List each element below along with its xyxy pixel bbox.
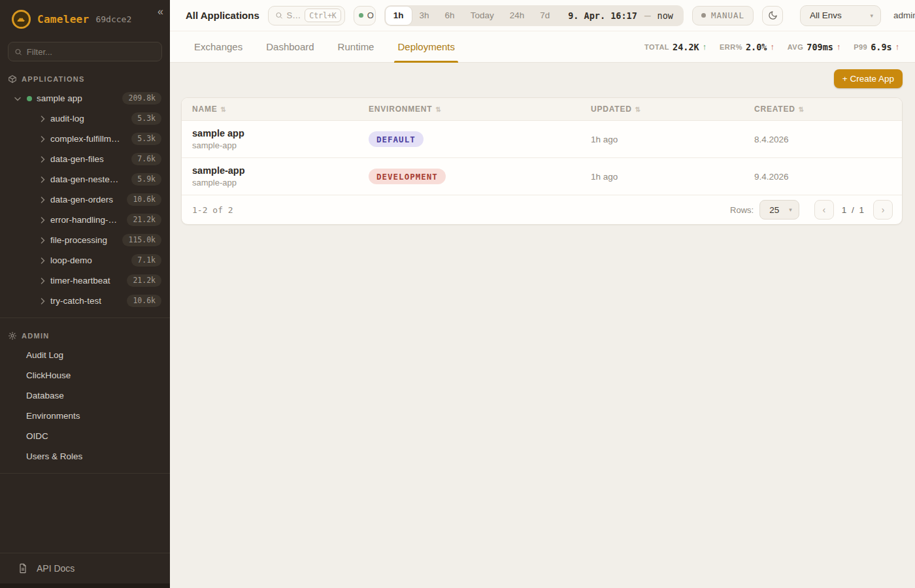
app-name-label: file-processing	[50, 235, 107, 245]
time-range-7d[interactable]: 7d	[532, 7, 557, 25]
count-badge: 21.2k	[127, 214, 161, 227]
app-name-label: complex-fulfillm…	[50, 134, 120, 144]
sidebar-collapse-icon[interactable]: «	[158, 7, 163, 17]
column-header-created[interactable]: CREATED⇅	[744, 105, 902, 114]
manual-refresh-button[interactable]: MANUAL	[692, 6, 754, 25]
tab-runtime[interactable]: Runtime	[338, 31, 374, 62]
topbar: All Applications S… Ctrl+K O 1h 3h 6h To…	[170, 0, 915, 31]
tab-dashboard[interactable]: Dashboard	[266, 31, 314, 62]
pagination-range-text: 1-2 of 2	[192, 205, 233, 215]
tab-bar: Exchanges Dashboard Runtime Deployments …	[170, 31, 915, 63]
online-status-dot	[359, 13, 363, 18]
online-status-button[interactable]: O	[354, 6, 376, 25]
column-header-environment[interactable]: ENVIRONMENT⇅	[358, 105, 580, 114]
app-name-label: data-gen-files	[50, 154, 104, 164]
sidebar-item-loop-demo[interactable]: loop-demo 7.1k	[0, 250, 170, 270]
sidebar-filter-input[interactable]	[8, 42, 162, 61]
count-badge: 10.6k	[127, 193, 161, 206]
admin-section-header: ADMIN	[0, 325, 170, 345]
app-name-label: error-handling-…	[50, 215, 117, 225]
sidebar-item-complex-fulfillment[interactable]: complex-fulfillm… 5.3k	[0, 129, 170, 149]
create-app-button[interactable]: + Create App	[834, 69, 903, 88]
sidebar-item-data-gen-orders[interactable]: data-gen-orders 10.6k	[0, 189, 170, 210]
column-header-name[interactable]: NAME⇅	[182, 105, 358, 114]
sidebar-item-clickhouse[interactable]: ClickHouse	[0, 365, 170, 385]
applications-section-label: APPLICATIONS	[22, 75, 85, 83]
next-page-button[interactable]: ›	[873, 200, 893, 220]
sidebar-item-environments[interactable]: Environments	[0, 406, 170, 426]
chevron-right-icon[interactable]	[38, 237, 47, 244]
app-name-label: audit-log	[50, 114, 84, 123]
chevron-right-icon[interactable]	[38, 217, 47, 223]
stat-total: TOTAL 24.2K ↑	[644, 42, 707, 52]
app-name-label: data-gen-orders	[50, 195, 113, 204]
range-start-datetime[interactable]: 9. Apr. 16:17	[557, 10, 641, 21]
rows-per-page-select[interactable]: 25 ▾	[759, 200, 799, 220]
manual-label: MANUAL	[711, 10, 744, 20]
sidebar-item-audit-log-admin[interactable]: Audit Log	[0, 345, 170, 365]
sidebar-item-sample-app[interactable]: sample app 209.8k	[0, 88, 170, 108]
environment-select[interactable]: All Envs ▾	[800, 5, 881, 26]
time-range-6h[interactable]: 6h	[437, 7, 463, 25]
count-badge: 21.2k	[127, 274, 161, 287]
chevron-right-icon[interactable]	[38, 176, 47, 183]
range-end-value[interactable]: now	[654, 10, 682, 21]
sidebar-bottom-strip	[0, 583, 170, 588]
chevron-right-icon[interactable]	[38, 278, 47, 284]
keyboard-shortcut-badge: Ctrl+K	[305, 8, 341, 22]
dark-mode-toggle[interactable]	[762, 6, 783, 25]
search-input[interactable]: S… Ctrl+K	[268, 6, 345, 25]
app-name-label: timer-heartbeat	[50, 276, 110, 286]
stat-label: TOTAL	[644, 43, 669, 51]
table-row[interactable]: sample app sample-app DEFAULT 1h ago 8.4…	[182, 121, 902, 158]
chevron-right-icon[interactable]	[38, 156, 47, 163]
environment-badge: DEVELOPMENT	[369, 169, 446, 184]
stat-label: AVG	[788, 43, 804, 51]
stat-avg: AVG 709ms ↑	[788, 42, 840, 52]
time-range-3h[interactable]: 3h	[412, 7, 437, 25]
chevron-right-icon[interactable]	[38, 298, 47, 304]
table-footer: 1-2 of 2 Rows: 25 ▾ ‹ 1 / 1 ›	[182, 195, 902, 224]
sidebar-item-file-processing[interactable]: file-processing 115.0k	[0, 230, 170, 250]
count-badge: 7.6k	[131, 153, 161, 166]
chevron-right-icon[interactable]	[38, 257, 47, 264]
online-status-label: O	[367, 10, 374, 20]
time-range-24h[interactable]: 24h	[502, 7, 533, 25]
count-badge: 5.3k	[131, 133, 161, 146]
user-name: admin	[893, 10, 915, 20]
trend-up-icon: ↑	[770, 42, 774, 52]
sidebar-item-data-gen-files[interactable]: data-gen-files 7.6k	[0, 149, 170, 169]
column-header-updated[interactable]: UPDATED⇅	[580, 105, 744, 114]
count-badge: 10.6k	[127, 295, 161, 308]
search-icon	[275, 11, 283, 20]
prev-page-button[interactable]: ‹	[814, 200, 834, 220]
sidebar-item-oidc[interactable]: OIDC	[0, 426, 170, 446]
time-range-today[interactable]: Today	[463, 7, 502, 25]
stat-value: 2.0%	[746, 42, 767, 52]
time-range-1h[interactable]: 1h	[386, 7, 412, 25]
sidebar-item-users-roles[interactable]: Users & Roles	[0, 446, 170, 466]
tab-deployments[interactable]: Deployments	[397, 31, 455, 62]
table-row[interactable]: sample-app sample-app DEVELOPMENT 1h ago…	[182, 158, 902, 195]
sidebar-divider	[0, 318, 170, 318]
tab-exchanges[interactable]: Exchanges	[194, 31, 242, 62]
chevron-right-icon[interactable]	[38, 136, 47, 142]
api-docs-label: API Docs	[37, 563, 75, 574]
trend-up-icon: ↑	[703, 42, 707, 52]
sidebar-item-timer-heartbeat[interactable]: timer-heartbeat 21.2k	[0, 270, 170, 291]
chevron-right-icon[interactable]	[38, 116, 47, 122]
search-placeholder: S…	[287, 10, 301, 20]
api-docs-link[interactable]: API Docs	[0, 553, 170, 583]
sidebar-item-try-catch-test[interactable]: try-catch-test 10.6k	[0, 291, 170, 311]
chevron-right-icon[interactable]	[38, 197, 47, 203]
admin-menu: Audit Log ClickHouse Database Environmen…	[0, 345, 170, 466]
admin-section-label: ADMIN	[22, 332, 50, 340]
applications-tree: sample app 209.8k audit-log 5.3k complex…	[0, 88, 170, 311]
app-logo-text: Cameleer	[37, 13, 89, 25]
sidebar-item-error-handling[interactable]: error-handling-… 21.2k	[0, 210, 170, 230]
sidebar-item-audit-log[interactable]: audit-log 5.3k	[0, 108, 170, 129]
filter-field[interactable]	[27, 47, 156, 57]
chevron-down-icon[interactable]	[13, 95, 22, 102]
sidebar-item-database[interactable]: Database	[0, 385, 170, 406]
sidebar-item-data-gen-nested[interactable]: data-gen-neste… 5.9k	[0, 169, 170, 189]
